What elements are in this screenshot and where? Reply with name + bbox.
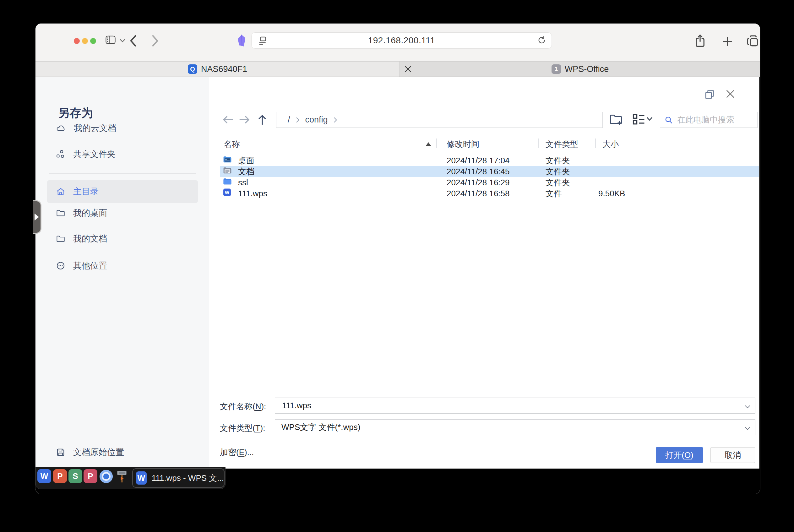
file-row-wps[interactable]: W 111.wps 2024/11/28 16:58 文件 9.50KB	[220, 188, 759, 199]
sidebar-item-other-locations[interactable]: 其他位置	[47, 254, 198, 277]
file-name: 文档	[238, 166, 254, 177]
sidebar-divider	[49, 173, 196, 174]
sidebar-item-label: 其他位置	[73, 260, 107, 271]
viewer-panel-handle[interactable]	[33, 201, 41, 234]
open-button[interactable]: 打开(O)	[656, 447, 703, 463]
window-close-button[interactable]	[74, 38, 80, 44]
chevron-down-icon[interactable]	[120, 38, 125, 44]
svg-text:W: W	[225, 189, 230, 195]
nav-back-icon[interactable]	[221, 113, 235, 127]
sidebar-item-label: 主目录	[73, 186, 99, 197]
tab-close-icon[interactable]	[403, 65, 412, 74]
column-separator[interactable]	[436, 138, 437, 148]
column-header-name[interactable]: 名称	[224, 139, 240, 150]
search-input[interactable]	[677, 115, 753, 125]
file-name: 111.wps	[238, 188, 267, 198]
sidebar-item-cloud-docs[interactable]: 我的云文档	[47, 117, 198, 139]
file-name: 桌面	[238, 155, 254, 166]
expand-right-icon	[35, 213, 39, 221]
folder-icon	[223, 177, 232, 188]
back-button[interactable]	[129, 34, 138, 49]
window-minimize-button[interactable]	[82, 38, 88, 44]
chevron-down-icon[interactable]	[745, 404, 750, 410]
chromium-browser-icon[interactable]	[99, 469, 113, 483]
chevron-down-icon[interactable]	[745, 426, 750, 432]
wps-presentation-icon[interactable]: P	[53, 469, 67, 483]
browser-window: 192.168.200.111	[36, 23, 760, 494]
save-location-icon	[56, 448, 65, 457]
tab-wps-label: WPS-Office	[565, 64, 609, 74]
file-row-documents[interactable]: 文档 2024/11/28 16:45 文件夹	[220, 166, 759, 177]
share-nodes-icon	[56, 150, 65, 158]
window-zoom-button[interactable]	[90, 38, 96, 44]
remote-desktop-viewport: 另存为 我的云文档 共享文件夹	[36, 77, 760, 494]
sidebar-item-my-docs[interactable]: 我的文档	[47, 227, 198, 250]
home-icon	[56, 187, 65, 196]
filename-input[interactable]	[281, 400, 729, 411]
breadcrumb-chevron-icon	[296, 117, 300, 123]
wps-spreadsheet-icon[interactable]: S	[69, 469, 82, 483]
column-header-type[interactable]: 文件类型	[546, 139, 578, 150]
file-row-desktop[interactable]: 桌面 2024/11/28 17:04 文件夹	[220, 155, 759, 166]
file-type: 文件夹	[546, 155, 570, 166]
reload-icon[interactable]	[537, 36, 547, 46]
column-separator[interactable]	[595, 138, 596, 148]
column-header-size[interactable]: 大小	[602, 139, 619, 150]
wps-writer-icon: W	[136, 471, 147, 484]
breadcrumb[interactable]: / config	[276, 112, 603, 128]
dialog-close-icon[interactable]	[724, 88, 737, 101]
filetype-select[interactable]: WPS文字 文件(*.wps)	[275, 419, 755, 435]
column-separator[interactable]	[538, 138, 539, 148]
view-mode-icon[interactable]	[631, 112, 654, 127]
sidebar-item-home[interactable]: 主目录	[47, 180, 198, 203]
filetype-value: WPS文字 文件(*.wps)	[281, 422, 360, 433]
wps-pdf-icon[interactable]: P	[83, 469, 97, 483]
tab-bar: Q NAS6940F1 1 WPS-Office	[36, 61, 760, 77]
sidebar-item-doc-origin[interactable]: 文档原始位置	[47, 441, 198, 463]
sidebar-item-my-desktop[interactable]: 我的桌面	[47, 202, 198, 224]
taskbar-task-button[interactable]: W 111.wps - WPS 文...	[132, 468, 225, 488]
file-date: 2024/11/28 16:45	[447, 167, 509, 176]
nav-up-icon[interactable]	[256, 113, 270, 127]
file-row-ssl[interactable]: ssl 2024/11/28 16:29 文件夹	[220, 177, 759, 188]
nas-tab-icon: Q	[188, 64, 197, 74]
file-list: 桌面 2024/11/28 17:04 文件夹	[220, 155, 759, 199]
cancel-button[interactable]: 取消	[711, 447, 755, 463]
file-size: 9.50KB	[598, 188, 625, 198]
sidebar-item-shared-folder[interactable]: 共享文件夹	[47, 143, 198, 166]
file-date: 2024/11/28 16:29	[447, 177, 509, 187]
wps-writer-icon[interactable]: W	[37, 469, 51, 483]
save-as-dialog: 另存为 我的云文档 共享文件夹	[36, 77, 759, 469]
tab-nas[interactable]: Q NAS6940F1	[36, 61, 400, 77]
tab-wps-office[interactable]: 1 WPS-Office	[400, 61, 760, 77]
wps-file-icon: W	[223, 188, 231, 198]
extension-icon[interactable]	[236, 34, 247, 49]
folder-icon	[56, 235, 65, 243]
search-box[interactable]	[660, 112, 758, 128]
wps-tab-badge: 1	[551, 64, 561, 74]
file-date: 2024/11/28 17:04	[447, 155, 509, 165]
url-text[interactable]: 192.168.200.111	[251, 36, 551, 45]
new-folder-icon[interactable]	[609, 112, 624, 127]
share-icon[interactable]	[694, 34, 707, 49]
dialog-restore-icon[interactable]	[704, 88, 716, 101]
nav-forward-icon[interactable]	[238, 113, 252, 127]
filename-field[interactable]	[275, 398, 755, 414]
breadcrumb-config[interactable]: config	[305, 115, 328, 125]
address-bar[interactable]: 192.168.200.111	[251, 32, 552, 49]
dialog-sidebar: 另存为 我的云文档 共享文件夹	[36, 77, 209, 469]
encrypt-link[interactable]: 加密(E)...	[220, 447, 254, 458]
sort-ascending-icon[interactable]	[426, 142, 431, 146]
forward-button[interactable]	[150, 34, 160, 49]
new-tab-icon[interactable]	[722, 36, 733, 48]
column-header-date[interactable]: 修改时间	[447, 139, 479, 150]
filename-label: 文件名称(N):	[220, 401, 266, 412]
sidebar-item-label: 我的文档	[73, 233, 107, 244]
tab-nas-label: NAS6940F1	[201, 64, 247, 74]
file-type: 文件夹	[546, 166, 570, 177]
signpost-icon[interactable]	[116, 470, 128, 483]
tab-overview-icon[interactable]	[746, 34, 759, 49]
breadcrumb-root[interactable]: /	[288, 115, 290, 125]
sidebar-item-label: 我的桌面	[73, 207, 107, 218]
sidebar-toggle-icon[interactable]	[105, 35, 116, 46]
